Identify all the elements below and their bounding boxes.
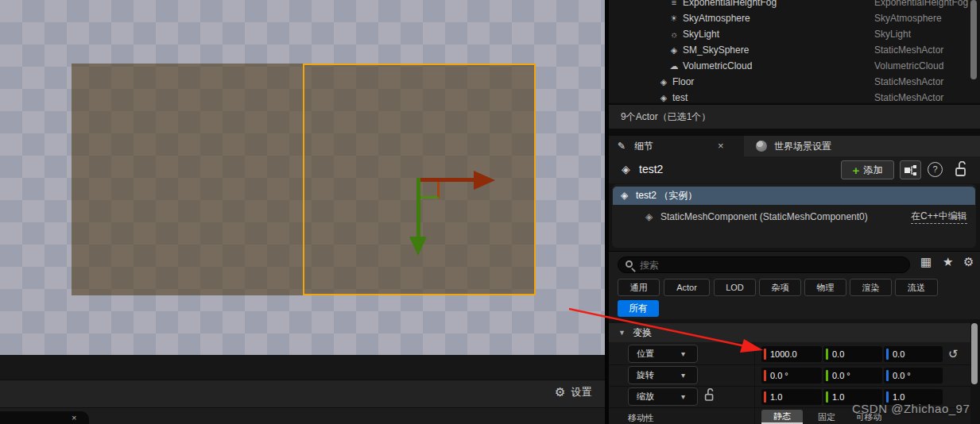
component-tree: ◈ test2 （实例） ◈ StaticMeshComponent (Stat… — [612, 184, 976, 248]
outliner-scrollbar[interactable] — [970, 0, 977, 79]
z-axis-bar — [886, 391, 889, 403]
filter-all-button[interactable]: 所有 — [618, 300, 659, 317]
filter-misc[interactable]: 杂项 — [759, 279, 801, 296]
filter-actor[interactable]: Actor — [664, 279, 710, 296]
details-header: ◈ test2 + 添加 ? — [609, 156, 980, 183]
tab-label: 世界场景设置 — [774, 136, 831, 156]
outliner-row[interactable]: ☀ SkyAtmosphere SkyAtmosphere — [609, 10, 980, 26]
scale-dropdown[interactable]: 缩放▾ — [628, 387, 698, 406]
actor-type: ExponentialHeightFog — [874, 0, 971, 10]
actor-cube-icon: ◈ — [622, 163, 630, 175]
category-filter-row: 通用 Actor LOD 杂项 物理 渲染 流送 — [609, 276, 980, 299]
outliner-row[interactable]: ◈ test StaticMeshActor — [609, 90, 980, 102]
x-axis-bar — [764, 391, 766, 403]
actor-name[interactable]: SkyAtmosphere — [683, 10, 750, 26]
tab-label: 细节 — [634, 136, 653, 156]
close-icon[interactable]: × — [72, 413, 76, 422]
details-icon: ✎ — [618, 136, 626, 156]
location-x-field[interactable]: 1000.0 — [761, 346, 822, 362]
chevron-down-icon: ▾ — [681, 345, 685, 362]
outliner-row[interactable]: ☼ SkyLight SkyLight — [609, 26, 980, 42]
outliner-status-bar: 9个Actor（已选1个） — [609, 103, 980, 129]
component-row-selected[interactable]: ◈ test2 （实例） — [613, 187, 975, 205]
location-y-field[interactable]: 0.0 — [823, 346, 882, 362]
rotation-dropdown[interactable]: 旋转▾ — [628, 366, 698, 384]
help-button[interactable]: ? — [928, 162, 943, 177]
skylight-icon: ☼ — [668, 26, 680, 42]
actor-name[interactable]: SM_SkySphere — [683, 42, 749, 58]
gizmo-x-arrowhead-icon[interactable] — [474, 171, 495, 190]
actor-type: VolumetricCloud — [874, 58, 971, 74]
filter-streaming[interactable]: 流送 — [895, 279, 938, 296]
component-label: StaticMeshComponent (StaticMeshComponent… — [660, 207, 868, 226]
scale-lock-button[interactable] — [704, 388, 715, 405]
static-mesh-icon: ◈ — [645, 207, 653, 226]
location-z-field[interactable]: 0.0 — [884, 346, 943, 362]
viewport[interactable]: ⚙ 设置 × — [0, 0, 605, 424]
reset-to-default-icon[interactable]: ↺ — [948, 347, 959, 361]
search-icon — [626, 260, 633, 268]
close-icon[interactable]: × — [718, 136, 724, 156]
blueprint-button[interactable] — [900, 160, 921, 179]
chevron-down-icon: ▾ — [681, 367, 685, 384]
static-mesh-icon: ◈ — [668, 42, 680, 58]
outliner-row[interactable]: ◈ SM_SkySphere StaticMeshActor — [609, 42, 980, 58]
search-input[interactable]: 搜索 — [618, 256, 910, 273]
filter-physics[interactable]: 物理 — [804, 279, 846, 296]
collapse-arrow-icon[interactable]: ▼ — [618, 323, 626, 342]
blueprint-icon — [904, 165, 917, 175]
details-scrollbar-thumb[interactable] — [971, 323, 978, 384]
search-icon-handle — [631, 268, 636, 272]
tab-details[interactable]: ✎ 细节 × — [609, 136, 744, 156]
right-panel: ≡ ExponentialHeightFog ExponentialHeight… — [609, 0, 980, 424]
actor-name[interactable]: test — [672, 90, 688, 102]
actor-name[interactable]: VolumetricCloud — [683, 58, 752, 74]
viewport-settings-button[interactable]: ⚙ 设置 — [555, 385, 591, 399]
favorites-star-icon[interactable]: ★ — [943, 255, 953, 269]
gizmo-plane-handle[interactable] — [420, 182, 440, 199]
cloud-icon: ☁ — [668, 58, 680, 74]
tab-bar: ✎ 细节 × 世界场景设置 — [609, 136, 980, 156]
filter-lod[interactable]: LOD — [714, 279, 756, 296]
y-axis-bar — [826, 349, 828, 360]
component-row[interactable]: ◈ StaticMeshComponent (StaticMeshCompone… — [612, 207, 976, 226]
gizmo-y-arrowhead-icon[interactable] — [409, 237, 427, 256]
transform-section-header[interactable]: ▼ 变换 — [609, 323, 970, 342]
outliner-row[interactable]: ◈ Floor StaticMeshActor — [609, 74, 980, 90]
watermark: CSDN @Zhichao_97 — [852, 402, 970, 415]
rotation-z-field[interactable]: 0.0 ° — [884, 368, 943, 384]
unlock-icon — [704, 388, 715, 402]
instance-label: test2 （实例） — [636, 187, 697, 205]
all-filter-row: 所有 — [609, 299, 980, 319]
atmosphere-icon: ☀ — [668, 10, 680, 26]
settings-gear-icon[interactable]: ⚙ — [963, 255, 974, 269]
outliner-row[interactable]: ☁ VolumetricCloud VolumetricCloud — [609, 58, 980, 74]
gear-icon: ⚙ — [555, 385, 565, 399]
world-outliner: ≡ ExponentialHeightFog ExponentialHeight… — [609, 0, 980, 102]
tab-world-settings[interactable]: 世界场景设置 — [744, 136, 980, 156]
actor-type: StaticMeshActor — [874, 42, 971, 58]
unlock-icon — [955, 161, 967, 177]
display-options-icon[interactable]: ▦ — [920, 255, 932, 269]
mobility-stationary-button[interactable]: 固定 — [808, 410, 846, 424]
edit-in-cpp-link[interactable]: 在C++中编辑 — [911, 210, 967, 224]
mobility-static-button[interactable]: 静态 — [761, 410, 803, 424]
rotation-x-field[interactable]: 0.0 ° — [761, 368, 822, 384]
bottom-dropdown[interactable]: × — [0, 411, 89, 424]
outliner-row[interactable]: ≡ ExponentialHeightFog ExponentialHeight… — [609, 0, 980, 10]
actor-name[interactable]: ExponentialHeightFog — [683, 0, 777, 10]
lock-button[interactable] — [955, 161, 967, 177]
viewport-statusbar — [0, 407, 605, 424]
actor-count-label: 9个Actor（已选1个） — [621, 111, 711, 122]
filter-general[interactable]: 通用 — [618, 279, 660, 296]
viewport-toolbar — [0, 380, 605, 407]
filter-rendering[interactable]: 渲染 — [850, 279, 892, 296]
rotation-y-field[interactable]: 0.0 ° — [823, 368, 882, 384]
actor-name[interactable]: Floor — [672, 74, 694, 90]
add-component-button[interactable]: + 添加 — [841, 160, 894, 179]
scale-x-field[interactable]: 1.0 — [761, 389, 822, 405]
actor-name[interactable]: SkyLight — [683, 26, 719, 42]
location-dropdown[interactable]: 位置▾ — [628, 345, 698, 363]
selected-actor-name: test2 — [639, 163, 663, 175]
question-icon: ? — [932, 164, 937, 174]
